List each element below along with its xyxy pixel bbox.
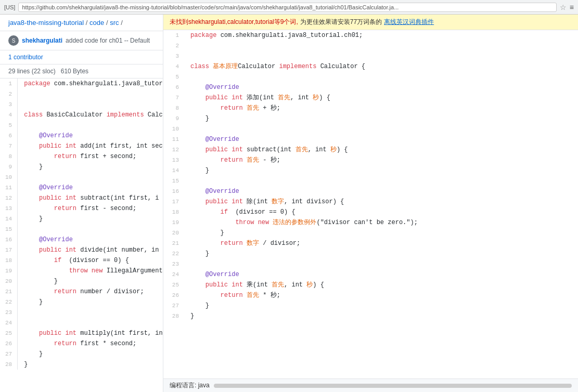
line-code: } xyxy=(184,300,578,311)
contributor-badge[interactable]: 1 contributor xyxy=(0,50,163,64)
line-code xyxy=(184,176,578,186)
line-code xyxy=(184,41,578,51)
line-number: 15 xyxy=(163,176,184,186)
browser-locale: [US] xyxy=(4,4,15,10)
table-row: 11 @Override xyxy=(0,182,163,193)
line-code: } xyxy=(18,162,163,172)
line-code xyxy=(18,172,163,182)
table-row: 4class 基本原理Calculator implements Calcula… xyxy=(163,61,578,72)
line-code xyxy=(18,318,163,328)
line-number: 21 xyxy=(163,238,184,249)
line-code: public int 添加(int 首先, int 秒) { xyxy=(184,93,578,103)
translation-suggest: 为更佳效果请安装77万词条的 xyxy=(300,18,382,27)
table-row: 2 xyxy=(163,41,578,51)
line-code: } xyxy=(18,276,163,286)
line-number: 10 xyxy=(163,124,184,134)
line-count: 29 lines (22 sloc) xyxy=(8,68,56,75)
table-row: 17 public int divide(int number, in xyxy=(0,245,163,255)
line-number: 10 xyxy=(0,172,18,182)
table-row: 16 @Override xyxy=(163,186,578,197)
table-row: 17 public int 除(int 数字, int divisor) { xyxy=(163,197,578,207)
table-row: 15 xyxy=(0,224,163,234)
table-row: 19 throw new IllegalArgument xyxy=(0,266,163,276)
line-number: 28 xyxy=(163,311,184,321)
table-row: 18 if (divisor == 0) { xyxy=(163,207,578,217)
url-bar[interactable]: https://github.com/shekhargulati/java8-t… xyxy=(18,3,556,12)
line-code: class 基本原理Calculator implements Calculat… xyxy=(184,61,578,72)
table-row: 23 xyxy=(163,259,578,269)
line-number: 5 xyxy=(0,120,18,130)
star-icon[interactable]: ☆ xyxy=(560,3,567,11)
line-code: } xyxy=(18,349,163,359)
table-row: 15 xyxy=(163,176,578,186)
table-row: 20 } xyxy=(0,276,163,286)
table-row: 13 return first - second; xyxy=(0,203,163,214)
translation-banner: 未找到shekhargulati,calculator,tutorial等9个词… xyxy=(163,15,578,30)
table-row: 9 } xyxy=(0,162,163,172)
line-code: } xyxy=(18,214,163,224)
menu-icon[interactable]: ≡ xyxy=(570,3,574,11)
line-code: return 数字 / divisor; xyxy=(184,238,578,249)
line-number: 27 xyxy=(163,300,184,311)
line-code: @Override xyxy=(184,269,578,280)
translation-install-link[interactable]: 离线英汉词典插件 xyxy=(384,18,434,27)
breadcrumb-code[interactable]: code xyxy=(89,19,104,27)
breadcrumb-repo[interactable]: java8-the-missing-tutorial xyxy=(8,19,84,27)
line-code xyxy=(18,99,163,110)
translation-not-found: 未找到shekhargulati,calculator,tutorial等9个词… xyxy=(170,18,298,27)
line-code: @Override xyxy=(18,182,163,193)
table-row: 19 throw new 违法的参数例外("divisor can't be z… xyxy=(163,217,578,228)
table-row: 6 @Override xyxy=(0,130,163,141)
table-row: 26 return 首先 * 秒; xyxy=(163,290,578,300)
line-code: package com.shekhargulati.java8_tutorial… xyxy=(184,30,578,41)
table-row: 8 return 首先 + 秒; xyxy=(163,103,578,113)
line-number: 6 xyxy=(163,82,184,93)
line-code: public int 乘(int 首先, int 秒) { xyxy=(184,280,578,290)
line-code xyxy=(184,51,578,61)
table-row: 28} xyxy=(0,359,163,370)
table-row: 8 return first + second; xyxy=(0,151,163,162)
line-code: return 首先 - 秒; xyxy=(184,155,578,165)
line-number: 22 xyxy=(163,249,184,259)
line-number: 26 xyxy=(163,290,184,300)
line-number: 12 xyxy=(0,193,18,203)
table-row: 24 @Override xyxy=(163,269,578,280)
line-number: 9 xyxy=(0,162,18,172)
line-code: if (divisor == 0) { xyxy=(18,255,163,266)
line-code: @Override xyxy=(18,130,163,141)
line-number: 5 xyxy=(163,72,184,82)
table-row: 10 xyxy=(0,172,163,182)
avatar: S xyxy=(8,35,19,46)
table-row: 1package com.shekhargulati.java8_tutoria… xyxy=(163,30,578,41)
line-code: public int add(int first, int sec xyxy=(18,141,163,151)
commit-username[interactable]: shekhargulati xyxy=(22,37,62,44)
file-size: 610 Bytes xyxy=(61,68,88,75)
line-code: public int divide(int number, in xyxy=(18,245,163,255)
left-panel: java8-the-missing-tutorial / code / src … xyxy=(0,15,163,392)
line-number: 9 xyxy=(163,113,184,124)
line-code xyxy=(184,259,578,269)
line-number: 16 xyxy=(0,234,18,245)
line-number: 23 xyxy=(0,307,18,318)
status-bar: 编程语言: java xyxy=(163,378,578,392)
line-code: @Override xyxy=(184,134,578,145)
table-row: 5 xyxy=(163,72,578,82)
line-number: 26 xyxy=(0,338,18,349)
line-code: if (divisor == 0) { xyxy=(184,207,578,217)
table-row: 10 xyxy=(163,124,578,134)
line-number: 28 xyxy=(0,359,18,370)
commit-message: added code for ch01 -- Default xyxy=(66,37,150,44)
line-number: 12 xyxy=(163,145,184,155)
line-number: 16 xyxy=(163,186,184,197)
table-row: 24 xyxy=(0,318,163,328)
table-row: 12 public int subtract(int first, i xyxy=(0,193,163,203)
breadcrumb: java8-the-missing-tutorial / code / src … xyxy=(0,15,163,31)
line-code xyxy=(184,72,578,82)
line-number: 2 xyxy=(0,89,18,99)
table-row: 12 public int subtract(int 首先, int 秒) { xyxy=(163,145,578,155)
table-row: 1package com.shekhargulati.java8_tutor xyxy=(0,79,163,89)
line-number: 18 xyxy=(0,255,18,266)
breadcrumb-src[interactable]: src xyxy=(110,19,119,27)
line-number: 25 xyxy=(0,328,18,338)
table-row: 14 } xyxy=(0,214,163,224)
